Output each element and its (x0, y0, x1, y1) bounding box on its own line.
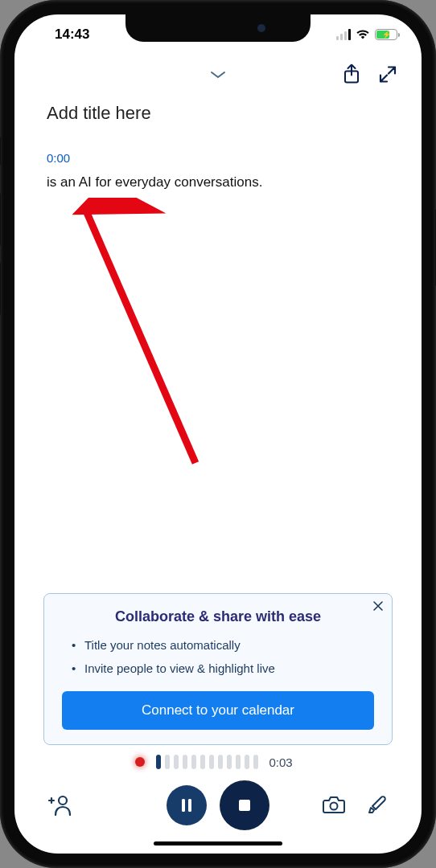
top-right-actions (343, 64, 397, 88)
phone-frame: 14:43 ⚡ (0, 0, 436, 868)
svg-point-2 (59, 796, 67, 805)
notch (125, 14, 311, 42)
promo-card: Collaborate & share with ease Title your… (43, 593, 393, 745)
promo-bullet-list: Title your notes automatically Invite pe… (62, 638, 374, 675)
invite-people-button[interactable] (48, 793, 72, 818)
expand-button[interactable] (378, 65, 397, 87)
highlighter-icon (367, 794, 388, 815)
close-icon (372, 600, 384, 612)
volume-down-button (0, 262, 1, 315)
promo-bullet: Invite people to view & highlight live (84, 661, 374, 675)
highlight-button[interactable] (367, 794, 388, 817)
share-icon (343, 64, 360, 85)
cellular-signal-icon (336, 29, 351, 40)
svg-rect-5 (239, 800, 250, 811)
share-button[interactable] (343, 64, 360, 88)
connect-calendar-button[interactable]: Connect to your calendar (62, 691, 374, 730)
recording-indicator-icon (135, 757, 145, 767)
stop-button[interactable] (220, 780, 269, 830)
wifi-icon (356, 29, 370, 40)
collapse-button[interactable] (208, 69, 228, 83)
elapsed-time: 0:03 (269, 755, 302, 769)
camera-button[interactable] (322, 795, 346, 817)
promo-title: Collaborate & share with ease (62, 608, 374, 625)
content-area: 0:00 is an AI for everyday conversations… (14, 96, 422, 593)
promo-close-button[interactable] (372, 600, 384, 615)
title-input[interactable] (47, 103, 389, 124)
svg-rect-4 (188, 799, 191, 812)
stop-icon (237, 797, 253, 813)
bottom-bar (14, 769, 422, 837)
svg-rect-3 (182, 799, 185, 812)
transcript-text: is an AI for everyday conversations. (47, 173, 389, 192)
top-actions (14, 55, 422, 96)
status-time: 14:43 (55, 27, 89, 43)
camera-icon (322, 795, 346, 814)
pause-button[interactable] (167, 785, 207, 825)
battery-icon: ⚡ (375, 29, 397, 40)
mute-switch (0, 137, 1, 166)
status-right: ⚡ (336, 29, 397, 40)
expand-icon (378, 65, 397, 84)
promo-bullet: Title your notes automatically (84, 638, 374, 652)
volume-up-button (0, 193, 1, 246)
add-person-icon (48, 793, 72, 816)
chevron-down-icon (208, 69, 228, 80)
pause-icon (179, 797, 194, 813)
svg-point-6 (331, 802, 338, 809)
home-indicator[interactable] (154, 841, 282, 845)
progress-row: 0:03 (14, 755, 422, 769)
waveform[interactable] (156, 755, 258, 769)
screen: 14:43 ⚡ (14, 14, 422, 854)
transcript-timestamp: 0:00 (47, 151, 389, 165)
